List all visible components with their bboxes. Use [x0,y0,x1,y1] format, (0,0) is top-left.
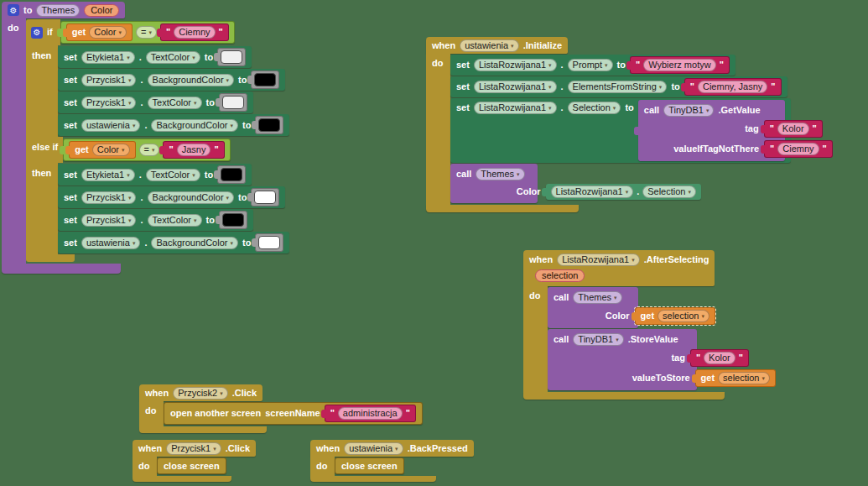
text-string-block[interactable]: " Ciemny " [764,140,833,158]
operator-dropdown[interactable]: =▾ [139,144,160,156]
blocks-workspace[interactable]: ⚙ to Themes Color do ⚙ if get [0,0,868,486]
component-dropdown[interactable]: ListaRozwijana1▾ [474,59,557,71]
procedure-name-field[interactable]: Themes [36,4,80,17]
color-block[interactable] [219,211,247,229]
call-tinydb-getvalue-block[interactable]: call TinyDB1▾ .GetValue tag " Kolor " [638,100,785,161]
set-block[interactable]: set Przycisk1▾ . TextColor▾ to [58,209,253,231]
event-header[interactable]: when Przycisk1▾ .Click [133,440,256,457]
string-field[interactable]: Ciemny [174,26,215,39]
color-swatch[interactable] [222,213,244,227]
gear-icon[interactable]: ⚙ [8,4,19,16]
event-header[interactable]: when Przycisk2▾ .Click [139,384,262,401]
color-swatch[interactable] [222,96,244,109]
if-header[interactable]: ⚙ if [26,19,60,45]
close-screen-block[interactable]: close screen [157,457,226,474]
component-dropdown[interactable]: Przycisk2▾ [173,387,228,400]
set-block[interactable]: set ListaRozwijana1▾ . ElementsFromStrin… [450,76,787,97]
component-dropdown[interactable]: ustawienia▾ [81,237,141,249]
color-swatch[interactable] [221,168,242,181]
property-dropdown[interactable]: Selection▾ [642,186,696,198]
color-block[interactable] [251,71,279,89]
text-string-block[interactable]: " Kolor " [690,349,749,367]
string-field[interactable]: administracja [338,407,403,420]
close-screen-block[interactable]: close screen [335,457,404,474]
get-variable-block[interactable]: get selection▾ [695,369,776,387]
property-dropdown[interactable]: TextColor▾ [146,51,200,64]
component-dropdown[interactable]: ListaRozwijana1▾ [551,186,634,198]
string-field[interactable]: Kolor [777,123,809,135]
color-swatch[interactable] [221,50,242,64]
component-dropdown[interactable]: Przycisk1▾ [166,442,221,455]
get-variable-block[interactable]: get selection▾ [635,307,715,325]
text-string-block[interactable]: " Ciemny " [160,24,229,41]
get-variable-block[interactable]: get Color▾ [66,24,133,41]
when-block-przycisk1-click[interactable]: when Przycisk1▾ .Click do close screen [133,440,256,482]
component-dropdown[interactable]: Etykieta1▾ [81,51,135,64]
procedure-block-themes[interactable]: ⚙ to Themes Color do ⚙ if get [2,2,289,274]
set-block[interactable]: set Przycisk1▾ . BackgroundColor▾ to [58,69,285,91]
when-block-ustawienia-initialize[interactable]: when ustawienia▾ .Initialize do set List… [426,37,791,212]
event-header[interactable]: when ustawienia▾ .BackPressed [310,440,474,457]
property-dropdown[interactable]: ElementsFromString▾ [568,81,668,93]
color-block[interactable] [217,165,246,184]
string-field[interactable]: Wybierz motyw [643,59,715,71]
when-block-ustawienia-backpressed[interactable]: when ustawienia▾ .BackPressed do close s… [310,440,474,482]
color-block[interactable] [217,48,246,66]
when-block-listarozwijana-afterselecting[interactable]: when ListaRozwijana1▾ .AfterSelecting se… [523,250,725,400]
color-swatch[interactable] [254,191,276,204]
set-block[interactable]: set Przycisk1▾ . TextColor▾ to [58,91,253,113]
component-dropdown[interactable]: ustawienia▾ [81,119,141,132]
equals-block[interactable]: get Color▾ =▾ " Jasny " [63,138,230,161]
procedure-header[interactable]: ⚙ to Themes Color [2,2,125,18]
variable-dropdown[interactable]: selection▾ [657,310,709,322]
parameter-chip-color[interactable]: Color [84,4,119,17]
color-block[interactable] [255,116,283,134]
variable-dropdown[interactable]: selection▾ [718,372,770,384]
color-block[interactable] [219,93,247,112]
variable-dropdown[interactable]: Color▾ [92,144,130,156]
text-string-block[interactable]: " Jasny " [163,141,224,159]
component-dropdown[interactable]: ustawienia▾ [460,39,519,52]
property-dropdown[interactable]: TextColor▾ [146,169,200,181]
property-dropdown[interactable]: Prompt▾ [568,59,613,71]
event-header[interactable]: when ListaRozwijana1▾ .AfterSelecting [523,250,715,267]
string-field[interactable]: Jasny [177,144,211,156]
color-block[interactable] [251,188,279,206]
component-dropdown[interactable]: Etykieta1▾ [81,169,135,181]
color-swatch[interactable] [258,118,280,132]
property-dropdown[interactable]: TextColor▾ [148,97,202,109]
component-dropdown[interactable]: Przycisk1▾ [81,191,137,204]
when-block-przycisk2-click[interactable]: when Przycisk2▾ .Click do open another s… [139,384,423,433]
parameter-chip-selection[interactable]: selection [535,269,585,282]
set-block[interactable]: set Przycisk1▾ . BackgroundColor▾ to [58,186,285,208]
component-dropdown[interactable]: ListaRozwijana1▾ [474,102,557,114]
property-dropdown[interactable]: Selection▾ [568,102,621,114]
component-dropdown[interactable]: ListaRozwijana1▾ [474,81,557,93]
equals-block[interactable]: get Color▾ =▾ " Ciemny " [60,21,235,44]
set-block[interactable]: set Etykieta1▾ . TextColor▾ to [58,164,252,186]
call-procedure-themes-block[interactable]: call Themes▾ Color get selection▾ [548,287,638,328]
gear-icon[interactable]: ⚙ [31,27,43,39]
property-dropdown[interactable]: BackgroundColor▾ [151,119,238,132]
string-field[interactable]: Ciemny, Jasny [698,81,767,93]
property-dropdown[interactable]: BackgroundColor▾ [151,237,238,249]
text-string-block[interactable]: " administracja " [325,405,416,422]
event-header[interactable]: when ustawienia▾ .Initialize [426,37,568,54]
component-dropdown[interactable]: TinyDB1▾ [663,104,714,117]
get-variable-block[interactable]: get Color▾ [69,141,135,159]
component-dropdown[interactable]: TinyDB1▾ [573,333,623,346]
property-dropdown[interactable]: BackgroundColor▾ [148,191,235,204]
text-string-block[interactable]: " Kolor " [764,120,823,138]
property-dropdown[interactable]: BackgroundColor▾ [148,74,235,86]
string-field[interactable]: Kolor [704,352,735,364]
call-procedure-themes-block[interactable]: call Themes▾ Color ListaRozwijana1▾ . Se… [450,164,538,203]
operator-dropdown[interactable]: =▾ [136,26,157,39]
text-string-block[interactable]: " Wybierz motyw " [630,56,730,74]
component-dropdown[interactable]: Przycisk1▾ [81,214,137,227]
set-block[interactable]: set ustawienia▾ . BackgroundColor▾ to [58,114,289,136]
component-dropdown[interactable]: ListaRozwijana1▾ [557,253,640,266]
color-swatch[interactable] [254,73,276,86]
set-block[interactable]: set ustawienia▾ . BackgroundColor▾ to [58,232,289,253]
component-dropdown[interactable]: Przycisk1▾ [81,97,137,109]
variable-dropdown[interactable]: Color▾ [89,26,127,39]
